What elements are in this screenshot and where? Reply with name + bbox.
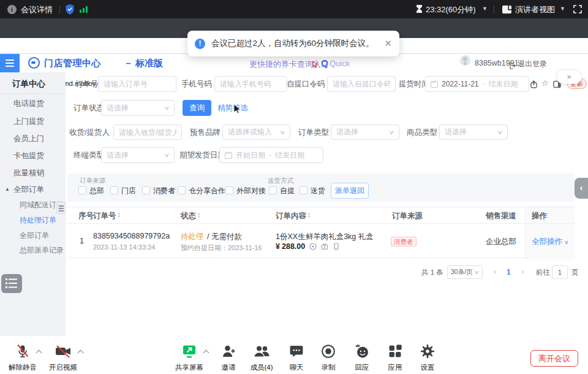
order-no-input[interactable] — [98, 76, 176, 92]
view-mode-label[interactable]: 演讲者视图 — [515, 4, 555, 15]
floating-list-widget[interactable] — [1, 274, 22, 293]
unmute-button[interactable]: 解除静音 — [5, 343, 40, 372]
quick-q-logo[interactable]: Q — [321, 58, 328, 68]
checkbox-external-label[interactable]: 外部对接 — [236, 186, 266, 196]
pickup-code-input[interactable] — [327, 76, 396, 92]
checkbox-delivery-label[interactable]: 送货 — [311, 186, 325, 196]
checkbox-store-label[interactable]: 门店 — [121, 186, 136, 196]
checkbox-delivery[interactable] — [300, 186, 307, 194]
receiver-input[interactable] — [113, 124, 182, 140]
prev-page-icon[interactable]: ‹ — [494, 267, 496, 276]
sidebar-item-card-pickup[interactable]: 卡包提货 — [13, 151, 44, 161]
sidebar-collapse-handle[interactable] — [56, 202, 66, 214]
logout-icon[interactable] — [509, 61, 516, 72]
leave-meeting-button[interactable]: 离开会议 — [530, 350, 578, 367]
share-screen-button[interactable]: 共享屏幕 — [172, 343, 207, 372]
sidebar-item-member-visit[interactable]: 会员上门 — [13, 134, 44, 144]
col-order-no[interactable]: 订单号▲▼ — [93, 211, 121, 221]
invite-label: 邀请 — [222, 364, 236, 371]
sort-icon[interactable]: ▲▼ — [307, 212, 311, 218]
end-date-placeholder[interactable]: 结束日期 — [489, 79, 518, 90]
next-page-icon[interactable]: › — [521, 267, 524, 276]
checkbox-self-pickup-label[interactable]: 自提 — [280, 186, 295, 196]
toast-close-icon[interactable]: ✕ — [384, 38, 392, 49]
chevron-down-icon: ∨ — [164, 152, 170, 158]
row-price-line: ¥ 288.00 — [276, 242, 340, 251]
dispatch-return-button[interactable]: 派单退回 — [331, 183, 369, 199]
pickup-time-range[interactable]: 2022-11-21 - 结束日期 — [425, 76, 529, 92]
sidebar-item-phone-pickup[interactable]: 电话提货 — [13, 99, 44, 109]
expect-date-range[interactable]: 开始日期 - 结束日期 — [219, 147, 323, 163]
current-page[interactable]: 1 — [507, 268, 511, 277]
sort-icon[interactable]: ▲▼ — [118, 212, 121, 218]
badge-icon[interactable] — [309, 243, 317, 251]
sort-icon[interactable]: ▲▼ — [197, 212, 200, 218]
col-status[interactable]: 状态▲▼ — [181, 211, 200, 221]
checkbox-hq-label[interactable]: 总部 — [89, 186, 104, 196]
meeting-details-label[interactable]: 会议详情 — [21, 4, 53, 15]
security-shield-icon[interactable] — [65, 4, 75, 17]
sidebar-item-door-pickup[interactable]: 上门提货 — [13, 116, 44, 127]
chat-button[interactable]: 聊天 — [279, 343, 314, 372]
logout-link[interactable]: 退出登录 — [518, 59, 547, 69]
sidebar-sub-all-orders[interactable]: 全部订单 — [20, 231, 49, 241]
view-dropdown-icon[interactable]: ▼ — [560, 6, 565, 12]
checkbox-warehouse-coop-label[interactable]: 仓分享合作 — [189, 186, 225, 196]
checkbox-consumer[interactable] — [142, 186, 150, 194]
select-placeholder: 请选择 — [107, 150, 129, 161]
checkbox-self-pickup[interactable] — [269, 186, 277, 194]
meeting-info-icon[interactable]: i — [7, 5, 17, 14]
checkbox-warehouse-coop[interactable] — [178, 186, 186, 194]
bookmark-star-icon[interactable]: ☆ — [541, 78, 549, 88]
sidebar-sub-hq-dispatch-log[interactable]: 总部派单记录 — [20, 245, 64, 256]
record-button[interactable]: 录制 — [311, 343, 346, 372]
settings-button[interactable]: 设置 — [410, 343, 445, 372]
brand-select[interactable]: 请选择或输入 ∨ — [222, 124, 290, 140]
page-size-select[interactable]: 30条/页 ∨ — [447, 265, 483, 279]
checkbox-external[interactable] — [225, 186, 233, 194]
terminal-type-select[interactable]: 请选择 ∨ — [101, 147, 175, 163]
meeting-timer[interactable]: 23:32(60分钟) — [426, 4, 476, 15]
divider — [59, 6, 60, 13]
search-button[interactable]: 查询 — [183, 100, 211, 116]
sidebar-item-batch-verify[interactable]: 批量核销 — [13, 168, 44, 178]
user-avatar[interactable] — [460, 55, 470, 66]
collapse-filters-button[interactable]: » — [556, 69, 582, 84]
col-content[interactable]: 订单内容▲▼ — [276, 211, 311, 221]
reactions-button[interactable]: 回应 — [344, 343, 380, 372]
invite-button[interactable]: 邀请 — [211, 343, 246, 372]
sidebar-item-all-orders-group[interactable]: 全部订单 — [13, 185, 44, 195]
order-status-select[interactable]: 请选择 ∨ — [101, 100, 175, 116]
app-logo — [28, 57, 40, 69]
mobile-icon[interactable] — [333, 243, 340, 251]
expect-date-label: 期望发货日期 — [179, 147, 225, 163]
start-date-placeholder[interactable]: 开始日期 — [236, 150, 265, 161]
share-icon[interactable] — [530, 80, 538, 91]
end-date-placeholder[interactable]: 结束日期 — [275, 150, 304, 161]
goods-type-select[interactable]: 请选择 ∨ — [439, 124, 508, 140]
gift-icon[interactable] — [321, 243, 328, 251]
timer-dropdown-icon[interactable]: ▼ — [482, 6, 488, 12]
row-order-no[interactable]: 83859345088979792a — [93, 232, 170, 240]
checkbox-hq[interactable] — [78, 186, 86, 194]
simple-filter-link[interactable]: 精简筛选 — [217, 103, 248, 113]
right-drawer-handle[interactable]: ‹ — [575, 178, 588, 199]
row-action-dropdown[interactable]: 全部操作 ∨ — [532, 237, 568, 247]
fullscreen-icon[interactable] — [573, 5, 582, 16]
checkbox-store[interactable] — [110, 186, 118, 194]
goto-page-input[interactable] — [552, 265, 568, 279]
layout-view-icon[interactable] — [502, 5, 511, 16]
apps-button[interactable]: 应用 — [377, 343, 413, 372]
quick-label[interactable]: Quick — [330, 59, 350, 68]
members-button[interactable]: 成员(4) — [244, 343, 279, 372]
checkbox-consumer-label[interactable]: 消费者 — [153, 186, 175, 196]
menu-toggle-button[interactable] — [0, 54, 20, 72]
meeting-top-bar: i 会议详情 23:32(60分钟) ▼ 演讲者视图 ▼ — [0, 0, 588, 18]
sidebar-sub-pending-orders[interactable]: 待处理订单 — [20, 215, 56, 226]
start-video-button[interactable]: 开启视频 — [45, 343, 81, 372]
expand-caret-icon[interactable]: ▲ — [5, 186, 10, 192]
order-type-select[interactable]: 请选择 ∨ — [331, 124, 399, 140]
start-date-value[interactable]: 2022-11-21 — [442, 80, 479, 88]
toast-message: 会议已超过2人，自动转为60分钟限时会议。 — [211, 38, 380, 49]
phone-input[interactable] — [214, 76, 287, 92]
